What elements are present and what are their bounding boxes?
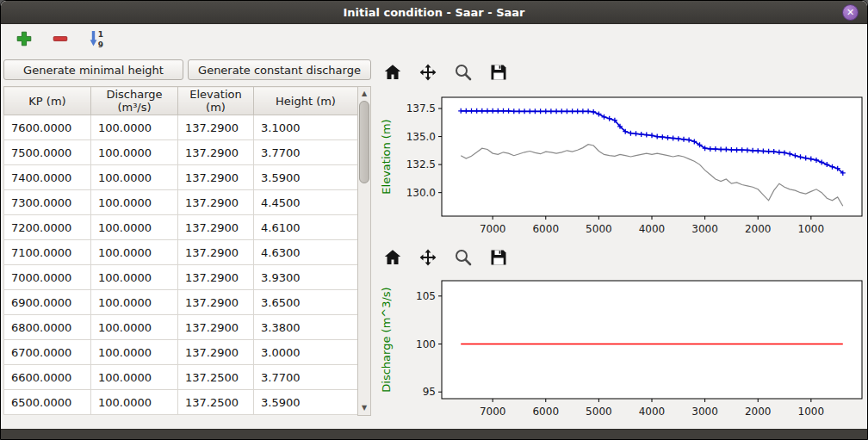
table-cell[interactable]: 137.2900 (178, 115, 254, 140)
table-cell[interactable]: 3.9300 (254, 265, 358, 290)
table-cell[interactable]: 137.2900 (178, 190, 254, 215)
column-header-height[interactable]: Height (m) (254, 87, 358, 115)
table-cell[interactable]: 7000.0000 (4, 265, 91, 290)
table-cell[interactable]: 100.0000 (91, 115, 178, 140)
table-cell[interactable]: 100.0000 (91, 365, 178, 390)
table-cell[interactable]: 137.2900 (178, 265, 254, 290)
column-header-kp[interactable]: KP (m) (4, 87, 91, 115)
table-cell[interactable]: 137.2900 (178, 215, 254, 240)
remove-icon (51, 29, 70, 48)
table-cell[interactable]: 7400.0000 (4, 165, 91, 190)
x-tick-label: 5000 (586, 223, 612, 235)
table-cell[interactable]: 7600.0000 (4, 115, 91, 140)
table-cell[interactable]: 100.0000 (91, 390, 178, 415)
table-cell[interactable]: 100.0000 (91, 240, 178, 265)
titlebar[interactable]: Initial condition - Saar - Saar ✕ (1, 1, 867, 24)
table-cell[interactable]: 7300.0000 (4, 190, 91, 215)
table-cell[interactable]: 6600.0000 (4, 365, 91, 390)
home-button[interactable] (381, 246, 404, 269)
table-cell[interactable]: 100.0000 (91, 190, 178, 215)
table-scrollbar[interactable]: ▲ ▼ (357, 86, 371, 416)
sort-rows-button[interactable]: 1 9 (85, 28, 108, 50)
x-tick-label: 7000 (480, 406, 506, 418)
add-row-button[interactable] (13, 28, 35, 50)
pan-button[interactable] (417, 61, 439, 84)
elevation-chart-canvas[interactable]: 7000600050004000300020001000130.0132.513… (376, 87, 868, 240)
table-cell[interactable]: 3.1000 (254, 115, 358, 140)
table-cell[interactable]: 3.7700 (254, 365, 358, 390)
table-row[interactable]: 7200.0000100.0000137.29004.6100 (4, 215, 358, 240)
zoom-button[interactable] (452, 246, 474, 269)
window: Initial condition - Saar - Saar ✕ 1 9 Ge… (0, 0, 868, 440)
x-tick-label: 1000 (798, 223, 825, 235)
close-button[interactable]: ✕ (842, 4, 859, 21)
table-cell[interactable]: 7500.0000 (4, 140, 91, 165)
scrollbar-up-button[interactable]: ▲ (358, 88, 370, 100)
table-cell[interactable]: 100.0000 (91, 140, 178, 165)
table-row[interactable]: 6800.0000100.0000137.29003.3800 (4, 315, 358, 340)
zoom-button[interactable] (452, 61, 474, 84)
elevation-chart-toolbar (381, 59, 510, 85)
x-tick-label: 7000 (480, 223, 506, 235)
table-cell[interactable]: 7200.0000 (4, 215, 91, 240)
table-row[interactable]: 7400.0000100.0000137.29003.5900 (4, 165, 358, 190)
pan-button[interactable] (417, 246, 439, 269)
zoom-icon (453, 62, 474, 83)
table-cell[interactable]: 100.0000 (91, 265, 178, 290)
table-cell[interactable]: 3.5900 (254, 390, 358, 415)
table-cell[interactable]: 137.2900 (178, 140, 254, 165)
home-button[interactable] (381, 61, 404, 84)
table-row[interactable]: 7600.0000100.0000137.29003.1000 (4, 115, 358, 140)
table-cell[interactable]: 100.0000 (91, 165, 178, 190)
table-cell[interactable]: 137.2900 (178, 340, 254, 365)
table-cell[interactable]: 3.5900 (254, 165, 358, 190)
table-cell[interactable]: 4.6300 (254, 240, 358, 265)
window-bottom-edge (1, 429, 867, 439)
table-body: 7600.0000100.0000137.29003.10007500.0000… (4, 115, 358, 415)
y-tick-label: 135.0 (406, 131, 436, 143)
save-button[interactable] (487, 246, 510, 269)
table-cell[interactable]: 137.2900 (178, 315, 254, 340)
table-row[interactable]: 6700.0000100.0000137.29003.0000 (4, 340, 358, 365)
save-button[interactable] (487, 61, 510, 84)
scrollbar-thumb[interactable] (359, 101, 369, 183)
table-row[interactable]: 7000.0000100.0000137.29003.9300 (4, 265, 358, 290)
generate-constant-discharge-button[interactable]: Generate constant discharge (188, 59, 371, 80)
scrollbar-down-button[interactable]: ▼ (358, 402, 370, 414)
table-cell[interactable]: 6800.0000 (4, 315, 91, 340)
table-cell[interactable]: 100.0000 (91, 340, 178, 365)
discharge-chart-canvas[interactable]: 700060005000400030002000100095100105Disc… (376, 272, 868, 420)
table-row[interactable]: 7500.0000100.0000137.29003.7700 (4, 140, 358, 165)
table-cell[interactable]: 7100.0000 (4, 240, 91, 265)
table-row[interactable]: 7300.0000100.0000137.29004.4500 (4, 190, 358, 215)
y-tick-label: 100 (416, 338, 436, 350)
table-cell[interactable]: 137.2900 (178, 290, 254, 315)
table-row[interactable]: 6500.0000100.0000137.25003.5900 (4, 390, 358, 415)
table-cell[interactable]: 6500.0000 (4, 390, 91, 415)
table-cell[interactable]: 4.6100 (254, 215, 358, 240)
column-header-discharge[interactable]: Discharge (m³/s) (91, 87, 178, 115)
sort-bottom-label: 9 (98, 40, 103, 49)
column-header-elevation[interactable]: Elevation (m) (178, 87, 254, 115)
remove-row-button[interactable] (49, 28, 71, 50)
table-cell[interactable]: 3.7700 (254, 140, 358, 165)
table-cell[interactable]: 137.2500 (178, 365, 254, 390)
table-row[interactable]: 7100.0000100.0000137.29004.6300 (4, 240, 358, 265)
table-cell[interactable]: 6900.0000 (4, 290, 91, 315)
table-row[interactable]: 6600.0000100.0000137.25003.7700 (4, 365, 358, 390)
table-cell[interactable]: 137.2500 (178, 390, 254, 415)
table-cell[interactable]: 100.0000 (91, 215, 178, 240)
table-cell[interactable]: 3.6500 (254, 290, 358, 315)
generate-minimal-height-button[interactable]: Generate minimal height (3, 59, 183, 80)
table-cell[interactable]: 137.2900 (178, 240, 254, 265)
table-cell[interactable]: 100.0000 (91, 290, 178, 315)
table-cell[interactable]: 3.0000 (254, 340, 358, 365)
table-cell[interactable]: 3.3800 (254, 315, 358, 340)
table-cell[interactable]: 6700.0000 (4, 340, 91, 365)
table-row[interactable]: 6900.0000100.0000137.29003.6500 (4, 290, 358, 315)
table-cell[interactable]: 4.4500 (254, 190, 358, 215)
x-tick-label: 3000 (691, 406, 718, 418)
table-cell[interactable]: 100.0000 (91, 315, 178, 340)
scroll-down-icon: ▼ (362, 404, 367, 412)
table-cell[interactable]: 137.2900 (178, 165, 254, 190)
